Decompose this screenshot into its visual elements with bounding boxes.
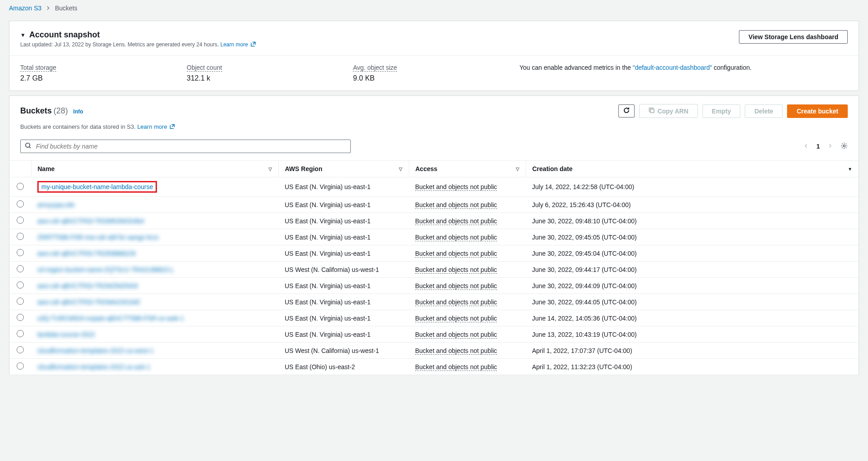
info-link[interactable]: Info <box>73 108 83 115</box>
table-row: aws-cdr-qBXCTF63-TR2WA2S51MZUS East (N. … <box>9 294 859 310</box>
bucket-creation-date: June 30, 2022, 09:45:05 (UTC-04:00) <box>526 229 859 245</box>
bucket-name-link[interactable]: ZRRTT586-FSR-mw-cdr-abf-fsr-aangz-krzz <box>37 234 159 241</box>
bucket-region: US West (N. California) us-west-1 <box>278 343 409 359</box>
row-select-radio[interactable] <box>17 200 24 208</box>
create-bucket-button[interactable]: Create bucket <box>787 104 848 118</box>
table-row: amxyzpq-cdnUS East (N. Virginia) us-east… <box>9 197 859 213</box>
bucket-creation-date: July 14, 2022, 14:22:58 (UTC-04:00) <box>526 177 859 197</box>
bucket-creation-date: July 6, 2022, 15:26:43 (UTC-04:00) <box>526 197 859 213</box>
region-column-header[interactable]: AWS Region <box>278 161 409 177</box>
bucket-name-link[interactable]: aws-cdr-qBXCTF63-TR2MR2MSS4b4 <box>37 217 144 225</box>
table-row: aws-cdr-qBXCTF63-TR2R8888229US East (N. … <box>9 245 859 262</box>
row-select-radio[interactable] <box>17 265 24 272</box>
bucket-name-link[interactable]: aws-cdr-qBXCTF63-TR2R8888229 <box>37 250 136 257</box>
external-link-icon <box>170 124 175 131</box>
bucket-region: US East (N. Virginia) us-east-1 <box>278 245 409 262</box>
table-row: aws-cdr-qBXCTF63-TR2WZMZNS9US East (N. V… <box>9 278 859 294</box>
breadcrumb-current: Buckets <box>55 5 77 12</box>
snapshot-note: You can enable advanced metrics in the "… <box>519 64 848 82</box>
svg-point-1 <box>26 143 30 147</box>
bucket-creation-date: April 1, 2022, 17:07:37 (UTC-04:00) <box>526 343 859 359</box>
row-select-radio[interactable] <box>17 217 24 224</box>
settings-button[interactable] <box>841 142 848 151</box>
row-select-radio[interactable] <box>17 330 24 337</box>
table-row: s3Q-TURCM924-ovpats-qBXCTT586-FSR-uv-awk… <box>9 310 859 326</box>
pagination: 1 <box>804 142 848 151</box>
row-select-radio[interactable] <box>17 249 24 256</box>
bucket-region: US East (N. Virginia) us-east-1 <box>278 229 409 245</box>
buckets-panel: Buckets (28) Info Copy ARN Empty Delete … <box>9 95 859 375</box>
search-input[interactable] <box>20 140 351 153</box>
bucket-region: US East (N. Virginia) us-east-1 <box>278 213 409 229</box>
bucket-region: US East (N. Virginia) us-east-1 <box>278 326 409 343</box>
empty-button[interactable]: Empty <box>702 104 741 118</box>
bucket-name-link[interactable]: aws-cdr-qBXCTF63-TR2WA2S51MZ <box>37 298 140 306</box>
view-storage-lens-button[interactable]: View Storage Lens dashboard <box>739 30 848 44</box>
bucket-name-link[interactable]: s3Q-TURCM924-ovpats-qBXCTT586-FSR-uv-awk… <box>37 315 184 322</box>
bucket-region: US East (N. Virginia) us-east-1 <box>278 197 409 213</box>
bucket-region: US East (Ohio) us-east-2 <box>278 359 409 375</box>
bucket-region: US East (N. Virginia) us-east-1 <box>278 310 409 326</box>
bucket-creation-date: June 30, 2022, 09:44:17 (UTC-04:00) <box>526 262 859 278</box>
prev-page-button[interactable] <box>804 143 808 150</box>
bucket-name-link[interactable]: aws-cdr-qBXCTF63-TR2WZMZNS9 <box>37 282 138 289</box>
bucket-access: Bucket and objects not public <box>415 234 497 241</box>
bucket-name-link[interactable]: cloudformation-templates-2022-us-ask-1 <box>37 363 150 371</box>
bucket-name-link[interactable]: my-unique-bucket-name-lambda-course <box>37 181 157 193</box>
table-row: cloudformation-templates-2022-us-west-1U… <box>9 343 859 359</box>
bucket-creation-date: April 1, 2022, 11:32:23 (UTC-04:00) <box>526 359 859 375</box>
row-select-radio[interactable] <box>17 346 24 353</box>
bucket-name-link[interactable]: lambda-course-2022 <box>37 331 95 338</box>
total-storage-value: 2.7 GB <box>20 74 187 82</box>
refresh-icon <box>623 107 630 115</box>
row-select-radio[interactable] <box>17 233 24 240</box>
bucket-region: US West (N. California) us-west-1 <box>278 262 409 278</box>
svg-point-2 <box>843 145 845 146</box>
bucket-creation-date: June 30, 2022, 09:44:09 (UTC-04:00) <box>526 278 859 294</box>
next-page-button[interactable] <box>828 143 832 150</box>
learn-more-link[interactable]: Learn more <box>220 41 248 48</box>
bucket-access: Bucket and objects not public <box>415 363 497 371</box>
row-select-radio[interactable] <box>17 314 24 321</box>
bucket-name-link[interactable]: amxyzpq-cdn <box>37 201 75 208</box>
bucket-access: Bucket and objects not public <box>415 217 497 225</box>
table-row: aws-cdr-qBXCTF63-TR2MR2MSS4b4US East (N.… <box>9 213 859 229</box>
page-number: 1 <box>816 143 820 150</box>
row-select-radio[interactable] <box>17 281 24 289</box>
bucket-access: Bucket and objects not public <box>415 315 497 322</box>
account-snapshot-panel: ▼ Account snapshot Last updated: Jul 13,… <box>9 21 859 91</box>
bucket-access: Bucket and objects not public <box>415 282 497 290</box>
bucket-name-link[interactable]: cloudformation-templates-2022-us-west-1 <box>37 347 153 354</box>
bucket-access: Bucket and objects not public <box>415 347 497 355</box>
search-icon <box>25 142 31 150</box>
access-column-header[interactable]: Access <box>409 161 526 177</box>
bucket-access: Bucket and objects not public <box>415 298 497 306</box>
copy-arn-button[interactable]: Copy ARN <box>639 104 698 118</box>
buckets-count: (28) <box>54 106 68 115</box>
row-select-radio[interactable] <box>17 298 24 305</box>
creation-column-header[interactable]: Creation date <box>526 161 859 177</box>
delete-button[interactable]: Delete <box>745 104 783 118</box>
external-link-icon <box>251 41 256 48</box>
buckets-title: Buckets <box>20 106 52 115</box>
row-select-radio[interactable] <box>17 183 24 190</box>
breadcrumb-root-link[interactable]: Amazon S3 <box>9 5 41 12</box>
bucket-name-link[interactable]: s3-region-bucket-name-ZQTSU1-TRA2U88822-… <box>37 266 173 273</box>
name-column-header[interactable]: Name <box>31 161 278 177</box>
refresh-button[interactable] <box>618 104 635 118</box>
svg-rect-0 <box>650 109 654 113</box>
table-row: s3-region-bucket-name-ZQTSU1-TRA2U88822-… <box>9 262 859 278</box>
row-select-radio[interactable] <box>17 362 24 370</box>
default-dashboard-link[interactable]: "default-account-dashboard" <box>633 64 712 71</box>
bucket-region: US East (N. Virginia) us-east-1 <box>278 294 409 310</box>
bucket-creation-date: June 30, 2022, 09:48:10 (UTC-04:00) <box>526 213 859 229</box>
bucket-access: Bucket and objects not public <box>415 201 497 209</box>
object-count-label: Object count <box>187 64 222 72</box>
breadcrumb: Amazon S3 Buckets <box>0 0 868 16</box>
account-snapshot-subtitle: Last updated: Jul 13, 2022 by Storage Le… <box>20 41 256 48</box>
bucket-access: Bucket and objects not public <box>415 183 497 191</box>
gear-icon <box>841 144 848 151</box>
bucket-access: Bucket and objects not public <box>415 250 497 258</box>
buckets-learn-more-link[interactable]: Learn more <box>137 123 167 130</box>
caret-down-icon[interactable]: ▼ <box>20 32 26 38</box>
